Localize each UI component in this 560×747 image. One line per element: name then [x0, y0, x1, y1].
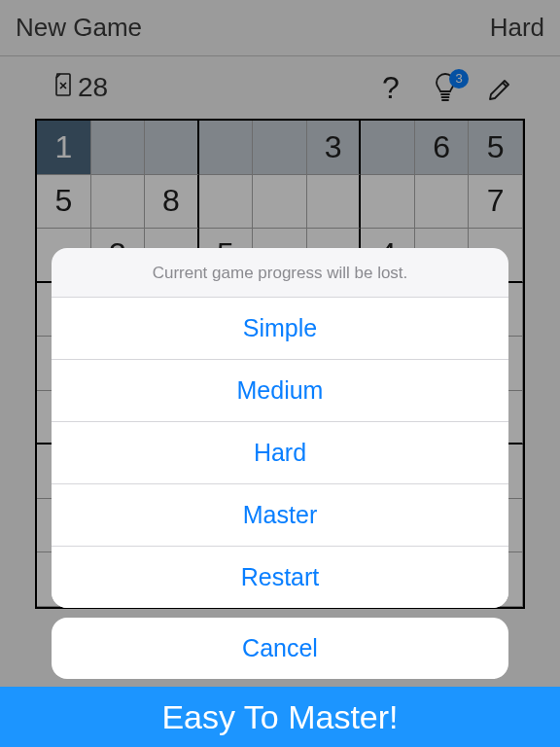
- action-sheet-cancel: Cancel: [52, 618, 508, 679]
- action-sheet-title: Current game progress will be lost.: [52, 248, 508, 298]
- restart-option[interactable]: Restart: [52, 547, 508, 608]
- difficulty-option-medium[interactable]: Medium: [52, 360, 508, 422]
- promo-banner: Easy To Master!: [0, 687, 560, 747]
- cancel-button[interactable]: Cancel: [52, 618, 508, 679]
- action-sheet: Current game progress will be lost. Simp…: [0, 248, 560, 679]
- action-sheet-options: Current game progress will be lost. Simp…: [52, 248, 508, 608]
- difficulty-option-hard[interactable]: Hard: [52, 422, 508, 484]
- difficulty-option-simple[interactable]: Simple: [52, 298, 508, 360]
- difficulty-option-master[interactable]: Master: [52, 484, 508, 547]
